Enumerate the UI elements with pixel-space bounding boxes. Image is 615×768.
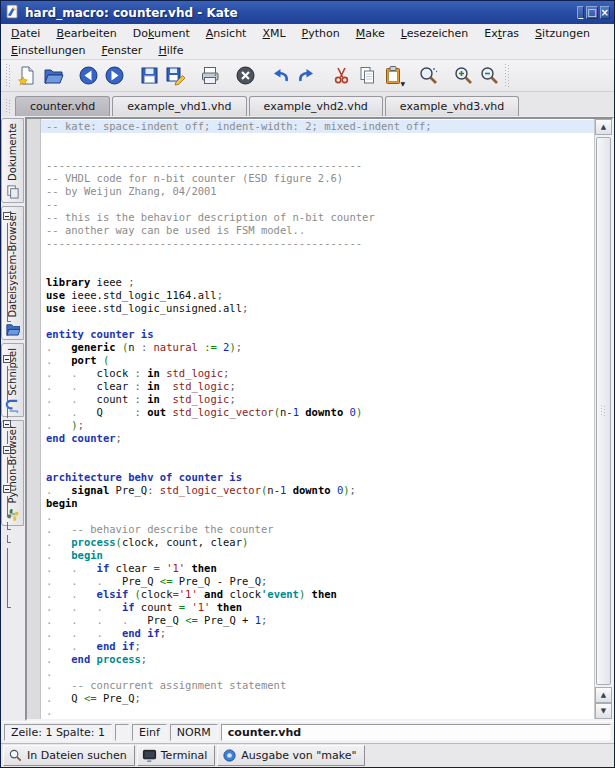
code-line[interactable]: . bbox=[41, 510, 594, 523]
menu-ansicht[interactable]: Ansicht bbox=[198, 26, 255, 41]
code-line[interactable]: . . count : in std_logic; bbox=[41, 393, 594, 406]
code-line[interactable] bbox=[41, 263, 594, 276]
code-line[interactable]: -- VHDL code for n-bit counter (ESD figu… bbox=[41, 172, 594, 185]
go-forward-button[interactable] bbox=[101, 63, 127, 89]
scrollbar-thumb[interactable] bbox=[596, 137, 611, 685]
fold-marker[interactable] bbox=[1, 418, 14, 431]
code-line[interactable]: . . elsif (clock='1' and clock'event) th… bbox=[41, 588, 594, 601]
print-button[interactable] bbox=[197, 63, 223, 89]
code-line[interactable]: . . . end if; bbox=[41, 627, 594, 640]
menu-sitzungen[interactable]: Sitzungen bbox=[527, 26, 598, 41]
code-line[interactable] bbox=[41, 458, 594, 471]
zoom-out-button[interactable] bbox=[476, 63, 502, 89]
stop-button[interactable] bbox=[232, 63, 258, 89]
code-line[interactable]: . bbox=[41, 666, 594, 679]
code-line[interactable]: end behv; bbox=[41, 718, 594, 719]
redo-button[interactable] bbox=[293, 63, 319, 89]
scroll-up-button[interactable]: ▲ bbox=[595, 119, 612, 135]
menu-extras[interactable]: Extras bbox=[476, 26, 527, 41]
code-line[interactable] bbox=[41, 133, 594, 146]
code-line[interactable]: . . . . Pre_Q <= Pre_Q + 1; bbox=[41, 614, 594, 627]
menu-einstellungen[interactable]: Einstellungen bbox=[3, 43, 94, 58]
tab-example-vhd2-vhd[interactable]: example_vhd2.vhd bbox=[249, 96, 383, 116]
bottom-button-in-dateien-suchen[interactable]: In Dateien suchen bbox=[3, 745, 135, 766]
fold-marker[interactable] bbox=[1, 353, 14, 366]
close-button[interactable]: × bbox=[600, 6, 610, 19]
go-back-button[interactable] bbox=[75, 63, 101, 89]
scroll-down-button[interactable]: ▼ bbox=[595, 703, 612, 719]
code-line[interactable]: -- by Weijun Zhang, 04/2001 bbox=[41, 185, 594, 198]
new-document-button[interactable] bbox=[14, 63, 40, 89]
code-line[interactable]: . . . Pre_Q <= Pre_Q - Pre_Q; bbox=[41, 575, 594, 588]
code-line[interactable]: . process(clock, count, clear) bbox=[41, 536, 594, 549]
code-line[interactable] bbox=[41, 315, 594, 328]
code-line[interactable]: . -- behavior describe the counter bbox=[41, 523, 594, 536]
code-line[interactable]: . . clock : in std_logic; bbox=[41, 367, 594, 380]
code-line[interactable] bbox=[41, 250, 594, 263]
copy-button[interactable] bbox=[354, 63, 380, 89]
scroll-up-button-2[interactable]: ▲ bbox=[595, 687, 612, 703]
bottom-button-terminal[interactable]: Terminal bbox=[137, 745, 216, 766]
code-line[interactable]: . . Q : out std_logic_vector(n-1 downto … bbox=[41, 406, 594, 419]
paste-button[interactable]: ▼ bbox=[380, 63, 406, 89]
code-editor[interactable]: -- kate: space-indent off; indent-width:… bbox=[41, 119, 594, 719]
code-line[interactable]: use ieee.std_logic_1164.all; bbox=[41, 289, 594, 302]
code-line[interactable]: use ieee.std_logic_unsigned.all; bbox=[41, 302, 594, 315]
code-line[interactable]: -- another way can be used is FSM model.… bbox=[41, 224, 594, 237]
fold-marker[interactable] bbox=[1, 483, 14, 496]
code-line[interactable]: . Q <= Pre_Q; bbox=[41, 692, 594, 705]
code-line[interactable] bbox=[41, 445, 594, 458]
code-line[interactable]: . bbox=[41, 705, 594, 718]
code-line[interactable]: ----------------------------------------… bbox=[41, 237, 594, 250]
code-line[interactable]: -- kate: space-indent off; indent-width:… bbox=[41, 120, 594, 133]
code-line[interactable]: -- bbox=[41, 198, 594, 211]
code-line[interactable]: -- this is the behavior description of n… bbox=[41, 211, 594, 224]
menu-lesezeichen[interactable]: Lesezeichen bbox=[393, 26, 477, 41]
tab-example-vhd3-vhd[interactable]: example_vhd3.vhd bbox=[385, 96, 519, 116]
menu-hilfe[interactable]: Hilfe bbox=[150, 43, 191, 58]
fold-marker[interactable] bbox=[1, 444, 14, 457]
save-as-button[interactable] bbox=[162, 63, 188, 89]
undo-button[interactable] bbox=[267, 63, 293, 89]
code-line[interactable]: . . end if; bbox=[41, 640, 594, 653]
code-line[interactable]: begin bbox=[41, 497, 594, 510]
code-line[interactable]: . port ( bbox=[41, 354, 594, 367]
zoom-in-button[interactable] bbox=[450, 63, 476, 89]
code-line[interactable]: end counter; bbox=[41, 432, 594, 445]
menu-python[interactable]: Python bbox=[294, 26, 348, 41]
cut-button[interactable] bbox=[328, 63, 354, 89]
code-line[interactable] bbox=[41, 146, 594, 159]
menu-fenster[interactable]: Fenster bbox=[94, 43, 151, 58]
tab-counter-vhd[interactable]: counter.vhd bbox=[15, 96, 110, 116]
code-line[interactable]: . -- concurrent assignment statement bbox=[41, 679, 594, 692]
menu-dokument[interactable]: Dokument bbox=[125, 26, 198, 41]
titlebar[interactable]: hard_macro: counter.vhd - Kate _□× bbox=[1, 1, 614, 24]
code-line[interactable]: library ieee ; bbox=[41, 276, 594, 289]
code-line[interactable]: . . . if count = '1' then bbox=[41, 601, 594, 614]
code-line[interactable]: . generic (n : natural := 2); bbox=[41, 341, 594, 354]
vertical-scrollbar[interactable]: ▲ ▲ ▼ bbox=[594, 119, 612, 719]
code-line[interactable]: entity counter is bbox=[41, 328, 594, 341]
code-line[interactable]: . ); bbox=[41, 419, 594, 432]
menu-make[interactable]: Make bbox=[348, 26, 393, 41]
code-line[interactable]: . . if clear = '1' then bbox=[41, 562, 594, 575]
open-folder-button[interactable] bbox=[40, 63, 66, 89]
menu-xml[interactable]: XML bbox=[254, 26, 293, 41]
code-line[interactable]: . begin bbox=[41, 549, 594, 562]
code-line[interactable]: architecture behv of counter is bbox=[41, 471, 594, 484]
tab-example-vhd1-vhd[interactable]: example_vhd1.vhd bbox=[112, 96, 246, 116]
code-line[interactable]: ----------------------------------------… bbox=[41, 159, 594, 172]
save-button[interactable] bbox=[136, 63, 162, 89]
icon-border[interactable] bbox=[27, 119, 41, 719]
code-line[interactable]: . signal Pre_Q: std_logic_vector(n-1 dow… bbox=[41, 484, 594, 497]
bottom-button-ausgabe-von-make-[interactable]: Ausgabe von "make" bbox=[217, 745, 364, 766]
toolbar-handle-end[interactable] bbox=[505, 64, 510, 88]
find-button[interactable] bbox=[415, 63, 441, 89]
maximize-button[interactable]: □ bbox=[586, 6, 597, 19]
minimize-button[interactable]: _ bbox=[577, 6, 584, 19]
code-line[interactable]: . . clear : in std_logic; bbox=[41, 380, 594, 393]
code-line[interactable]: . end process; bbox=[41, 653, 594, 666]
menu-bearbeiten[interactable]: Bearbeiten bbox=[48, 26, 124, 41]
scrollbar-track[interactable] bbox=[595, 135, 612, 687]
fold-marker[interactable] bbox=[1, 210, 14, 223]
